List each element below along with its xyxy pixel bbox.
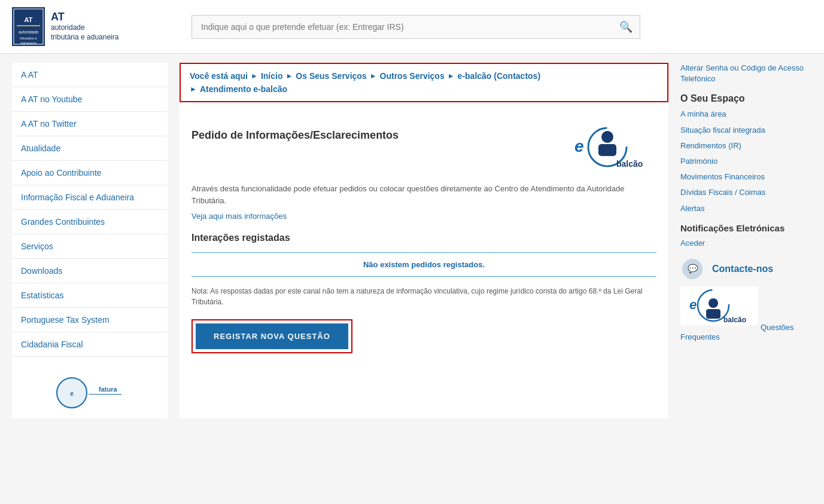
patrimonio-link[interactable]: Património bbox=[680, 156, 812, 167]
breadcrumb-outros-servicos[interactable]: Outros Serviços bbox=[380, 71, 445, 81]
register-button-box: REGISTAR NOVA QUESTÃO bbox=[191, 319, 352, 353]
logo-subtitle1: autoridade bbox=[51, 23, 118, 33]
sidebar-item-atualidade[interactable]: Atualidade bbox=[12, 136, 168, 161]
no-records-text: Não existem pedidos registados. bbox=[363, 260, 485, 269]
breadcrumb-arrow-2: ► bbox=[370, 72, 377, 80]
logo-subtitle2: tributária e aduaneira bbox=[51, 33, 118, 42]
logo-at: AT bbox=[51, 11, 118, 23]
content-area: Pedido de Informações/Esclarecimentos e … bbox=[180, 114, 668, 374]
at-shield-logo: AT autoridade tributária e aduaneira bbox=[12, 7, 45, 46]
search-button[interactable]: 🔍 bbox=[612, 16, 640, 38]
svg-text:fatura: fatura bbox=[99, 386, 117, 393]
svg-text:balcão: balcão bbox=[723, 316, 746, 324]
situacao-fiscal-link[interactable]: Situação fiscal integrada bbox=[680, 125, 812, 136]
sidebar-item-portuguese-tax[interactable]: Portuguese Tax System bbox=[12, 308, 168, 332]
nota-text: Nota: As respostas dadas por este canal … bbox=[191, 286, 656, 307]
breadcrumb-arrow-3: ► bbox=[448, 72, 455, 80]
ebalcao-right-logo: e balcão bbox=[680, 286, 758, 325]
minha-area-link[interactable]: A minha área bbox=[680, 109, 812, 120]
rendimentos-link[interactable]: Rendimentos (IR) bbox=[680, 140, 812, 151]
sidebar-item-twitter[interactable]: A AT no Twitter bbox=[12, 112, 168, 136]
svg-rect-22 bbox=[706, 309, 720, 319]
main-content: Você está aqui ► Início ► Os Seus Serviç… bbox=[180, 63, 668, 419]
breadcrumb-seus-servicos[interactable]: Os Seus Serviços bbox=[296, 71, 366, 81]
service-title: Pedido de Informações/Esclarecimentos bbox=[191, 123, 399, 142]
main-container: A AT A AT no Youtube A AT no Twitter Atu… bbox=[0, 54, 824, 427]
aceder-link[interactable]: Aceder bbox=[680, 238, 812, 249]
alertas-link[interactable]: Alertas bbox=[680, 203, 812, 214]
svg-text:e: e bbox=[574, 137, 584, 155]
sidebar-item-a-at[interactable]: A AT bbox=[12, 63, 168, 87]
service-header: Pedido de Informações/Esclarecimentos e … bbox=[191, 123, 656, 171]
logo-text: AT autoridade tributária e aduaneira bbox=[51, 11, 118, 42]
service-description: Através desta funcionalidade pode efetua… bbox=[191, 183, 656, 206]
ebalcao-logo: e balcão bbox=[561, 123, 656, 171]
breadcrumb-arrow-1: ► bbox=[285, 72, 293, 80]
sidebar-item-servicos[interactable]: Serviços bbox=[12, 234, 168, 259]
left-sidebar: A AT A AT no Youtube A AT no Twitter Atu… bbox=[12, 63, 168, 419]
efatura-logo-area: e fatura bbox=[12, 369, 168, 419]
sidebar-item-apoio[interactable]: Apoio ao Contribuinte bbox=[12, 161, 168, 185]
alterar-senha-link[interactable]: Alterar Senha ou Código de Acesso Telefó… bbox=[680, 63, 812, 84]
breadcrumb-sub-arrow: ► bbox=[190, 85, 197, 93]
svg-point-13 bbox=[601, 131, 613, 143]
notificacoes-title: Notificações Eletrónicas bbox=[680, 223, 812, 233]
svg-text:autoridade: autoridade bbox=[19, 30, 38, 34]
sidebar-item-cidadania[interactable]: Cidadania Fiscal bbox=[12, 332, 168, 357]
sidebar-item-youtube[interactable]: A AT no Youtube bbox=[12, 87, 168, 112]
breadcrumb: Você está aqui ► Início ► Os Seus Serviç… bbox=[180, 63, 668, 102]
seu-espaco-title: O Seu Espaço bbox=[680, 93, 812, 104]
logo-area: AT autoridade tributária e aduaneira AT … bbox=[12, 7, 180, 46]
contacte-nos-text: Contacte-nos bbox=[712, 264, 773, 274]
breadcrumb-sub: ► Atendimento e-balcão bbox=[190, 84, 658, 94]
right-sidebar: Alterar Senha ou Código de Acesso Telefó… bbox=[680, 63, 812, 419]
svg-text:balcão: balcão bbox=[616, 159, 643, 169]
register-button[interactable]: REGISTAR NOVA QUESTÃO bbox=[196, 323, 348, 349]
breadcrumb-inicio[interactable]: Início bbox=[261, 71, 283, 81]
sidebar-item-info-fiscal[interactable]: Informação Fiscal e Aduaneira bbox=[12, 185, 168, 210]
svg-text:aduaneira: aduaneira bbox=[20, 41, 37, 45]
svg-text:tributária e: tributária e bbox=[20, 36, 37, 40]
dividas-link[interactable]: Dívidas Fiscais / Coimas bbox=[680, 187, 812, 198]
movimentos-link[interactable]: Movimentos Financeiros bbox=[680, 172, 812, 182]
svg-text:e: e bbox=[70, 390, 74, 397]
search-area: 🔍 bbox=[191, 15, 640, 39]
breadcrumb-label: Você está aqui bbox=[190, 71, 248, 81]
header: AT autoridade tributária e aduaneira AT … bbox=[0, 0, 824, 54]
breadcrumb-sub-text: Atendimento e-balcão bbox=[200, 84, 287, 94]
contacte-icon: 💬 bbox=[680, 258, 707, 280]
svg-rect-3 bbox=[17, 25, 40, 26]
svg-rect-14 bbox=[598, 144, 616, 156]
more-info-link[interactable]: Veja aqui mais informações bbox=[191, 212, 287, 221]
questoes-frequentes-link[interactable]: Questões Frequentes bbox=[680, 323, 794, 341]
ebalcao-logo-img: e balcão bbox=[562, 125, 655, 170]
sidebar-item-grandes[interactable]: Grandes Contribuintes bbox=[12, 210, 168, 234]
sidebar-item-downloads[interactable]: Downloads bbox=[12, 259, 168, 283]
interactions-title: Interações registadas bbox=[191, 233, 656, 243]
sidebar-item-estatisticas[interactable]: Estatísticas bbox=[12, 283, 168, 308]
contacte-nos-area: 💬 Contacte-nos bbox=[680, 258, 812, 280]
search-input[interactable] bbox=[192, 16, 612, 38]
svg-rect-11 bbox=[89, 394, 121, 395]
efatura-logo: e fatura bbox=[54, 375, 126, 411]
svg-text:💬: 💬 bbox=[688, 264, 698, 274]
breadcrumb-row: Você está aqui ► Início ► Os Seus Serviç… bbox=[190, 71, 658, 81]
svg-point-21 bbox=[709, 298, 718, 308]
svg-text:AT: AT bbox=[25, 16, 33, 23]
breadcrumb-arrow-0: ► bbox=[251, 72, 258, 80]
svg-text:e: e bbox=[689, 297, 697, 312]
no-records-bar: Não existem pedidos registados. bbox=[191, 252, 656, 277]
breadcrumb-ebalcao[interactable]: e-balcão (Contactos) bbox=[458, 71, 540, 81]
